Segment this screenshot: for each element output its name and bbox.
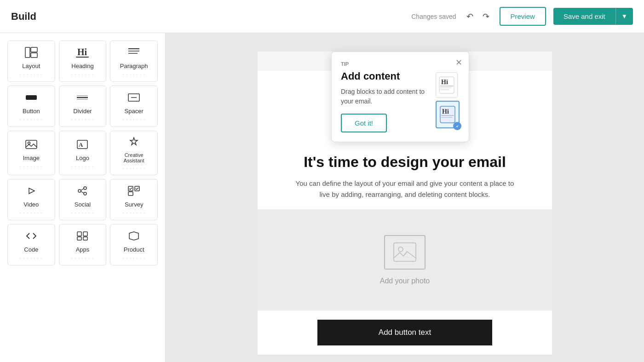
block-button[interactable]: Button · · · · · · · [7, 86, 55, 127]
topbar-actions: Changes saved ↶ ↷ Preview Save and exit … [411, 7, 633, 26]
got-it-button[interactable]: Got it! [341, 114, 387, 132]
svg-text:A: A [79, 141, 83, 148]
redo-button[interactable]: ↷ [480, 9, 492, 24]
block-logo[interactable]: A Logo · · · · · · · [59, 131, 107, 175]
svg-rect-2 [31, 53, 37, 57]
svg-rect-10 [26, 95, 37, 100]
save-exit-group: Save and exit ▼ [553, 8, 633, 25]
svg-rect-32 [83, 237, 87, 240]
button-icon [25, 92, 38, 105]
svg-rect-31 [77, 237, 81, 240]
svg-text:Hi: Hi [442, 108, 449, 115]
svg-rect-28 [128, 192, 133, 195]
block-video[interactable]: Video · · · · · · · [7, 179, 55, 220]
button-section: Add button text [258, 310, 552, 355]
tooltip-title: Add content [341, 70, 430, 82]
block-creative-label: Creative Assistant [114, 152, 154, 163]
product-icon [127, 230, 140, 243]
email-cta-button[interactable]: Add button text [317, 320, 492, 345]
social-icon [76, 185, 89, 198]
block-layout[interactable]: Layout · · · · · · · [7, 40, 55, 82]
block-code-label: Code [24, 246, 38, 253]
block-product[interactable]: Product · · · · · · · [110, 224, 158, 265]
block-heading-label: Heading [71, 63, 93, 69]
svg-line-24 [81, 189, 84, 190]
spacer-icon [127, 92, 140, 105]
tooltip-popup: ✕ TIP Add content Drag blocks to add con… [331, 52, 469, 142]
block-image[interactable]: Image · · · · · · · [7, 131, 55, 175]
apps-icon [76, 230, 89, 243]
block-paragraph[interactable]: Paragraph · · · · · · · [110, 40, 158, 82]
topbar: Build Changes saved ↶ ↷ Preview Save and… [0, 0, 644, 33]
blocks-grid: Layout · · · · · · · Hi Heading · · · · … [7, 40, 158, 265]
survey-icon [127, 185, 140, 198]
undo-redo-group: ↶ ↷ [464, 9, 492, 24]
svg-rect-1 [31, 47, 37, 52]
save-exit-dropdown-button[interactable]: ▼ [615, 8, 633, 25]
svg-rect-43 [394, 243, 416, 261]
heading-icon: Hi [76, 47, 89, 60]
preview-button[interactable]: Preview [500, 7, 546, 26]
block-apps[interactable]: Apps · · · · · · · [59, 224, 107, 265]
headline-section: It's time to design your email You can d… [258, 140, 552, 209]
photo-placeholder [384, 235, 426, 270]
block-social-label: Social [75, 201, 91, 208]
sidebar: Layout · · · · · · · Hi Heading · · · · … [0, 33, 166, 362]
tooltip-close-button[interactable]: ✕ [455, 57, 462, 68]
block-paragraph-label: Paragraph [120, 63, 148, 69]
block-product-label: Product [124, 246, 144, 253]
tip-card-badge [453, 122, 461, 130]
email-subtext: You can define the layout of your email … [294, 178, 515, 200]
main-layout: Layout · · · · · · · Hi Heading · · · · … [0, 33, 644, 362]
block-heading[interactable]: Hi Heading · · · · · · · [59, 40, 107, 82]
block-divider-label: Divider [73, 108, 92, 115]
svg-point-23 [84, 192, 86, 195]
block-survey-label: Survey [125, 201, 143, 208]
save-exit-button[interactable]: Save and exit [553, 8, 615, 25]
svg-point-21 [78, 190, 81, 192]
canvas-area: ✕ TIP Add content Drag blocks to add con… [166, 33, 644, 362]
svg-point-44 [398, 247, 403, 252]
block-layout-label: Layout [22, 63, 40, 69]
photo-label: Add your photo [380, 277, 430, 285]
block-creative[interactable]: Creative Assistant · · · · · · · [110, 131, 158, 175]
svg-point-42 [455, 124, 460, 128]
logo-icon: A [76, 139, 89, 152]
paragraph-icon [127, 47, 140, 60]
tip-card-2: Hi [436, 101, 460, 128]
image-icon [25, 139, 38, 152]
svg-rect-0 [25, 47, 30, 57]
photo-section: Add your photo [258, 209, 552, 310]
tip-card-1: Hi [436, 72, 458, 98]
svg-rect-29 [77, 232, 81, 236]
block-survey[interactable]: Survey · · · · · · · [110, 179, 158, 220]
divider-icon [76, 92, 89, 105]
block-image-label: Image [23, 155, 40, 161]
svg-marker-20 [29, 188, 34, 194]
video-icon [25, 185, 38, 198]
block-logo-label: Logo [76, 155, 89, 161]
svg-rect-30 [83, 232, 87, 236]
email-headline: It's time to design your email [276, 154, 534, 171]
svg-rect-16 [26, 140, 37, 149]
tooltip-tip-label: TIP [341, 61, 460, 67]
chevron-down-icon: ▼ [621, 13, 627, 20]
block-apps-label: Apps [76, 246, 90, 253]
svg-point-22 [84, 187, 86, 190]
tooltip-description: Drag blocks to add content to your email… [341, 87, 430, 106]
block-button-label: Button [23, 108, 40, 115]
layout-icon [25, 47, 38, 60]
svg-text:Hi: Hi [77, 47, 87, 57]
block-social[interactable]: Social · · · · · · · [59, 179, 107, 220]
block-video-label: Video [23, 201, 39, 208]
svg-text:Hi: Hi [441, 79, 448, 86]
save-status: Changes saved [411, 13, 456, 20]
block-code[interactable]: Code · · · · · · · [7, 224, 55, 265]
svg-point-17 [28, 142, 30, 144]
block-spacer[interactable]: Spacer · · · · · · · [110, 86, 158, 127]
code-icon [25, 230, 38, 243]
block-divider[interactable]: Divider · · · · · · · [59, 86, 107, 127]
page-title: Build [11, 11, 36, 23]
undo-button[interactable]: ↶ [464, 9, 476, 24]
svg-line-25 [81, 191, 84, 193]
